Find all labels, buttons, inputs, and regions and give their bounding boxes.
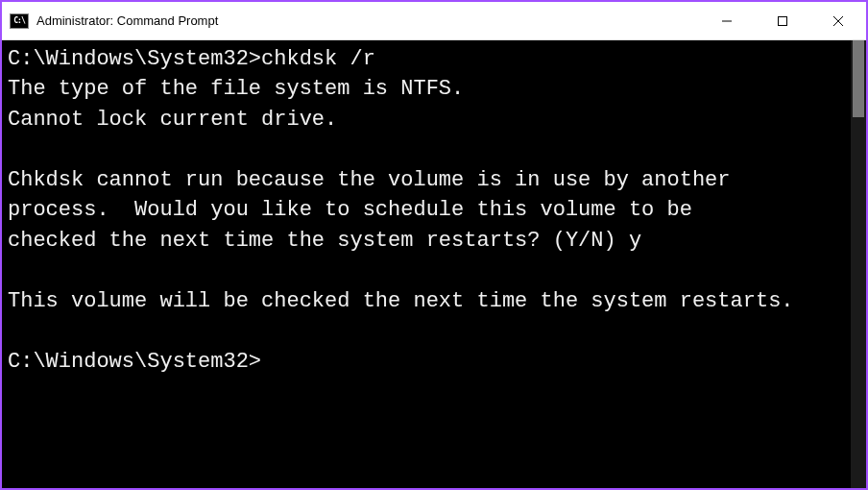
prompt-path: C:\Windows\System32> bbox=[8, 47, 261, 71]
window-controls bbox=[699, 2, 866, 39]
output-line: Cannot lock current drive. bbox=[8, 108, 337, 132]
minimize-icon bbox=[721, 15, 733, 27]
close-icon bbox=[832, 15, 844, 27]
vertical-scrollbar[interactable] bbox=[851, 40, 866, 488]
cmd-icon: C:\ bbox=[10, 13, 29, 29]
output-line: The type of the file system is NTFS. bbox=[8, 77, 464, 101]
svg-rect-1 bbox=[779, 16, 787, 25]
maximize-icon bbox=[777, 15, 788, 27]
command-prompt-window: C:\ Administrator: Command Prompt C:\Win… bbox=[2, 2, 866, 488]
minimize-button[interactable] bbox=[699, 2, 755, 39]
prompt-path: C:\Windows\System32> bbox=[8, 350, 261, 374]
terminal-output[interactable]: C:\Windows\System32>chkdsk /r The type o… bbox=[2, 40, 851, 488]
window-title: Administrator: Command Prompt bbox=[36, 13, 699, 28]
prompt-command: chkdsk /r bbox=[261, 47, 375, 71]
titlebar[interactable]: C:\ Administrator: Command Prompt bbox=[2, 2, 866, 40]
output-line: This volume will be checked the next tim… bbox=[8, 289, 794, 313]
output-line: process. Would you like to schedule this… bbox=[8, 198, 692, 222]
terminal-area: C:\Windows\System32>chkdsk /r The type o… bbox=[2, 40, 866, 488]
scrollbar-thumb[interactable] bbox=[853, 40, 864, 117]
output-line: Chkdsk cannot run because the volume is … bbox=[8, 168, 731, 192]
maximize-button[interactable] bbox=[755, 2, 810, 39]
output-line: checked the next time the system restart… bbox=[8, 229, 641, 253]
close-button[interactable] bbox=[810, 2, 866, 39]
